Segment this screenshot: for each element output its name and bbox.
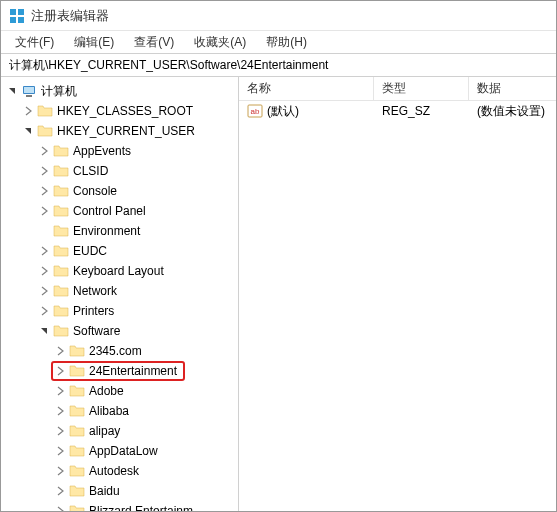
tree-label: AppDataLow bbox=[89, 444, 158, 458]
tree-label: Environment bbox=[73, 224, 140, 238]
tree-label: Network bbox=[73, 284, 117, 298]
address-input[interactable] bbox=[7, 56, 550, 74]
folder-icon bbox=[53, 303, 69, 319]
chevron-right-icon[interactable] bbox=[53, 424, 67, 438]
folder-icon bbox=[69, 503, 85, 511]
chevron-right-icon[interactable] bbox=[53, 344, 67, 358]
highlighted-node: 24Entertainment bbox=[51, 361, 185, 381]
folder-icon bbox=[53, 263, 69, 279]
tree-label: Keyboard Layout bbox=[73, 264, 164, 278]
folder-icon bbox=[37, 103, 53, 119]
chevron-right-icon[interactable] bbox=[53, 504, 67, 511]
chevron-right-icon[interactable] bbox=[37, 204, 51, 218]
chevron-right-icon[interactable] bbox=[37, 264, 51, 278]
tree-node-keyboard[interactable]: Keyboard Layout bbox=[1, 261, 238, 281]
chevron-right-icon[interactable] bbox=[37, 284, 51, 298]
tree-node-hkcr[interactable]: HKEY_CLASSES_ROOT bbox=[1, 101, 238, 121]
chevron-down-icon[interactable] bbox=[5, 84, 19, 98]
chevron-right-icon[interactable] bbox=[37, 164, 51, 178]
folder-icon bbox=[53, 183, 69, 199]
tree-label: HKEY_CLASSES_ROOT bbox=[57, 104, 193, 118]
column-header-type[interactable]: 类型 bbox=[374, 77, 469, 100]
tree-node-console[interactable]: Console bbox=[1, 181, 238, 201]
folder-icon bbox=[53, 283, 69, 299]
addressbar bbox=[1, 53, 556, 77]
svg-rect-3 bbox=[18, 17, 24, 23]
folder-icon bbox=[69, 363, 85, 379]
tree-node-alipay[interactable]: alipay bbox=[1, 421, 238, 441]
svg-rect-6 bbox=[26, 95, 32, 97]
tree-label: Alibaba bbox=[89, 404, 129, 418]
folder-icon bbox=[53, 323, 69, 339]
tree-label: Console bbox=[73, 184, 117, 198]
svg-rect-0 bbox=[10, 9, 16, 15]
chevron-down-icon[interactable] bbox=[37, 324, 51, 338]
chevron-right-icon[interactable] bbox=[37, 144, 51, 158]
list-pane[interactable]: 名称 类型 数据 ab (默认) REG_SZ (数值未设置) bbox=[239, 77, 556, 511]
folder-icon bbox=[69, 443, 85, 459]
tree-node-printers[interactable]: Printers bbox=[1, 301, 238, 321]
tree-node-adobe[interactable]: Adobe bbox=[1, 381, 238, 401]
value-type: REG_SZ bbox=[374, 104, 469, 118]
tree-node-environment[interactable]: Environment bbox=[1, 221, 238, 241]
folder-icon bbox=[53, 243, 69, 259]
list-header: 名称 类型 数据 bbox=[239, 77, 556, 101]
folder-icon bbox=[53, 223, 69, 239]
tree-label: AppEvents bbox=[73, 144, 131, 158]
svg-rect-1 bbox=[18, 9, 24, 15]
tree-node-hkcu[interactable]: HKEY_CURRENT_USER bbox=[1, 121, 238, 141]
menu-file[interactable]: 文件(F) bbox=[5, 32, 64, 53]
tree-label: Autodesk bbox=[89, 464, 139, 478]
column-header-name[interactable]: 名称 bbox=[239, 77, 374, 100]
chevron-right-icon[interactable] bbox=[37, 304, 51, 318]
chevron-right-icon[interactable] bbox=[37, 224, 51, 238]
chevron-right-icon[interactable] bbox=[53, 404, 67, 418]
tree-node-software[interactable]: Software bbox=[1, 321, 238, 341]
chevron-right-icon[interactable] bbox=[21, 104, 35, 118]
folder-icon bbox=[69, 423, 85, 439]
chevron-right-icon[interactable] bbox=[53, 464, 67, 478]
list-row[interactable]: ab (默认) REG_SZ (数值未设置) bbox=[239, 101, 556, 121]
tree-pane[interactable]: 计算机 HKEY_CLASSES_ROOT HK bbox=[1, 77, 239, 511]
chevron-down-icon[interactable] bbox=[21, 124, 35, 138]
folder-icon bbox=[53, 203, 69, 219]
tree-node-appdatalow[interactable]: AppDataLow bbox=[1, 441, 238, 461]
tree-node-alibaba[interactable]: Alibaba bbox=[1, 401, 238, 421]
chevron-right-icon[interactable] bbox=[53, 484, 67, 498]
chevron-right-icon[interactable] bbox=[37, 244, 51, 258]
column-header-data[interactable]: 数据 bbox=[469, 77, 556, 100]
folder-icon bbox=[69, 343, 85, 359]
tree-node-eudc[interactable]: EUDC bbox=[1, 241, 238, 261]
tree-label: Control Panel bbox=[73, 204, 146, 218]
tree-label: Blizzard Entertainm bbox=[89, 504, 193, 511]
chevron-right-icon[interactable] bbox=[53, 444, 67, 458]
menu-help[interactable]: 帮助(H) bbox=[256, 32, 317, 53]
svg-rect-5 bbox=[24, 87, 34, 93]
svg-text:ab: ab bbox=[251, 107, 260, 116]
chevron-right-icon[interactable] bbox=[37, 184, 51, 198]
tree-node-ent24[interactable]: 24Entertainment bbox=[1, 361, 238, 381]
tree-label: Software bbox=[73, 324, 120, 338]
tree-node-computer[interactable]: 计算机 bbox=[1, 81, 238, 101]
tree-node-network[interactable]: Network bbox=[1, 281, 238, 301]
menu-favorites[interactable]: 收藏夹(A) bbox=[184, 32, 256, 53]
tree-node-autodesk[interactable]: Autodesk bbox=[1, 461, 238, 481]
tree-node-blizzard[interactable]: Blizzard Entertainm bbox=[1, 501, 238, 511]
tree-node-baidu[interactable]: Baidu bbox=[1, 481, 238, 501]
menu-view[interactable]: 查看(V) bbox=[124, 32, 184, 53]
menubar: 文件(F) 编辑(E) 查看(V) 收藏夹(A) 帮助(H) bbox=[1, 31, 556, 53]
chevron-right-icon[interactable] bbox=[53, 364, 67, 378]
folder-icon bbox=[53, 163, 69, 179]
tree-label: 计算机 bbox=[41, 83, 77, 100]
folder-icon bbox=[37, 123, 53, 139]
tree-node-clsid[interactable]: CLSID bbox=[1, 161, 238, 181]
value-name: (默认) bbox=[267, 103, 299, 120]
window-title: 注册表编辑器 bbox=[31, 7, 109, 25]
menu-edit[interactable]: 编辑(E) bbox=[64, 32, 124, 53]
tree-node-appevents[interactable]: AppEvents bbox=[1, 141, 238, 161]
chevron-right-icon[interactable] bbox=[53, 384, 67, 398]
tree-label: EUDC bbox=[73, 244, 107, 258]
folder-icon bbox=[69, 463, 85, 479]
tree-node-controlpanel[interactable]: Control Panel bbox=[1, 201, 238, 221]
tree-node-c2345[interactable]: 2345.com bbox=[1, 341, 238, 361]
